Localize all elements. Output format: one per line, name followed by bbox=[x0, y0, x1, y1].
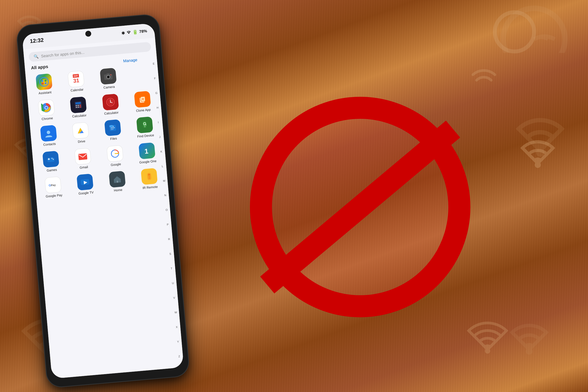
wifi-right-mid bbox=[507, 122, 568, 184]
alpha-l: L bbox=[162, 165, 164, 168]
svg-rect-27 bbox=[76, 106, 77, 108]
app-item-googlepay[interactable]: GPay Google Pay bbox=[37, 174, 70, 201]
app-item-finddevice[interactable]: Find Device bbox=[128, 114, 162, 141]
svg-rect-26 bbox=[80, 104, 81, 106]
app-icon-chrome bbox=[38, 99, 55, 116]
app-label-camera: Camera bbox=[104, 85, 115, 90]
app-item-camera[interactable]: Camera bbox=[92, 65, 125, 92]
alpha-j: J bbox=[159, 136, 162, 138]
app-label-home: Home bbox=[114, 188, 122, 192]
app-label-cloneapp: Clone App bbox=[136, 108, 151, 113]
alpha-x: X bbox=[176, 326, 178, 328]
battery-icon: 🔋 bbox=[132, 29, 138, 35]
app-item-assistant[interactable]: Assistant bbox=[28, 71, 61, 98]
app-item-gmail[interactable]: Gmail bbox=[67, 145, 100, 172]
app-icon-calendar: SAT31 bbox=[68, 70, 84, 88]
search-input[interactable]: Search for apps on this... bbox=[41, 50, 85, 58]
alpha-f: F bbox=[154, 77, 156, 80]
app-item-googleone[interactable]: 1 Google One bbox=[130, 140, 164, 167]
alpha-p: P bbox=[167, 223, 170, 226]
svg-point-6 bbox=[495, 12, 534, 52]
svg-rect-29 bbox=[80, 106, 81, 108]
status-time: 12:32 bbox=[30, 37, 44, 44]
svg-text:Pay: Pay bbox=[51, 184, 56, 187]
alpha-g: G bbox=[155, 92, 158, 94]
svg-point-39 bbox=[46, 130, 50, 134]
app-icon-games bbox=[42, 151, 59, 168]
alpha-o: O bbox=[166, 208, 168, 212]
app-icon-files bbox=[104, 119, 121, 136]
svg-line-38 bbox=[142, 99, 144, 99]
svg-rect-17 bbox=[106, 73, 109, 75]
alpha-v: V bbox=[173, 296, 176, 300]
app-grid: Assistant SAT31 Calendar Camera bbox=[26, 62, 168, 202]
alpha-i: I bbox=[158, 121, 160, 124]
alpha-e: E bbox=[153, 62, 155, 65]
alpha-s: S bbox=[169, 252, 172, 255]
app-item-chrome[interactable]: Chrome bbox=[30, 96, 63, 124]
app-item-calendar[interactable]: SAT31 Calendar bbox=[60, 68, 93, 95]
alpha-n: N bbox=[164, 194, 167, 197]
svg-rect-46 bbox=[109, 125, 113, 128]
app-item-files[interactable]: Files bbox=[96, 116, 129, 144]
app-label-contacts: Contacts bbox=[43, 142, 56, 147]
alpha-m: M bbox=[163, 179, 166, 182]
app-icon-clock bbox=[102, 94, 119, 110]
app-label-drive: Drive bbox=[78, 140, 86, 144]
alpha-k: K bbox=[160, 150, 163, 153]
battery-percent: 78% bbox=[139, 29, 147, 34]
app-icon-googlepay: GPay bbox=[44, 176, 62, 193]
app-label-finddevice: Find Device bbox=[137, 133, 154, 139]
app-icon-camera bbox=[100, 68, 116, 85]
app-label-calendar: Calendar bbox=[70, 88, 84, 92]
app-item-clock[interactable]: Calculator bbox=[94, 91, 127, 118]
alpha-t: T bbox=[170, 267, 173, 270]
app-item-calculator[interactable]: Calculator bbox=[62, 94, 95, 121]
app-label-chrome: Chrome bbox=[42, 116, 53, 121]
no-wifi-sign bbox=[250, 97, 470, 317]
app-label-irremote: IR Remote bbox=[142, 185, 158, 190]
svg-rect-64 bbox=[116, 181, 118, 183]
app-label-calculator: Calculator bbox=[72, 113, 87, 118]
app-label-googleone: Google One bbox=[139, 159, 156, 164]
svg-text:1: 1 bbox=[144, 147, 149, 155]
svg-line-54 bbox=[48, 159, 50, 159]
app-item-google[interactable]: Google bbox=[99, 142, 132, 170]
app-icon-gmail bbox=[74, 148, 92, 165]
bluetooth-icon: ✱ bbox=[121, 30, 126, 36]
app-label-files: Files bbox=[110, 136, 117, 141]
wifi-bg-arc-tr bbox=[466, 49, 502, 86]
app-item-googletv[interactable]: Google TV bbox=[69, 171, 102, 198]
svg-point-70 bbox=[485, 348, 490, 354]
wifi-bottom-right bbox=[460, 314, 514, 368]
app-label-googletv: Google TV bbox=[78, 190, 94, 196]
app-icon-irremote bbox=[141, 168, 158, 185]
app-icon-finddevice bbox=[136, 116, 153, 133]
status-icons: ✱ 🔋 78% bbox=[121, 28, 148, 36]
app-icon-google bbox=[106, 145, 123, 162]
svg-point-69 bbox=[535, 162, 541, 168]
alpha-y: Y bbox=[177, 340, 180, 343]
app-item-contacts[interactable]: Contacts bbox=[32, 122, 66, 150]
svg-rect-25 bbox=[78, 105, 79, 106]
app-item-drive[interactable]: Drive bbox=[64, 120, 98, 147]
app-icon-home bbox=[109, 171, 126, 188]
alpha-r: R bbox=[168, 238, 171, 241]
alpha-h: H bbox=[156, 106, 159, 109]
app-item-cloneapp[interactable]: Clone App bbox=[126, 88, 159, 116]
app-item-home[interactable]: Home bbox=[101, 168, 134, 196]
app-item-games[interactable]: Games bbox=[34, 148, 68, 175]
svg-rect-24 bbox=[76, 105, 77, 106]
alpha-w: W bbox=[174, 311, 177, 314]
app-label-clock: Calculator bbox=[104, 110, 119, 116]
app-icon-cloneapp bbox=[134, 91, 151, 108]
wifi-icon-status bbox=[126, 30, 131, 35]
app-item-empty1 bbox=[124, 62, 157, 90]
svg-line-59 bbox=[115, 153, 118, 153]
app-item-irremote[interactable]: IR Remote bbox=[133, 166, 166, 192]
app-label-googlepay: Google Pay bbox=[46, 193, 62, 198]
alpha-u: U bbox=[172, 282, 175, 285]
app-label-gmail: Gmail bbox=[80, 165, 88, 170]
app-icon-contacts bbox=[40, 125, 57, 142]
alpha-z: Z bbox=[178, 355, 181, 358]
